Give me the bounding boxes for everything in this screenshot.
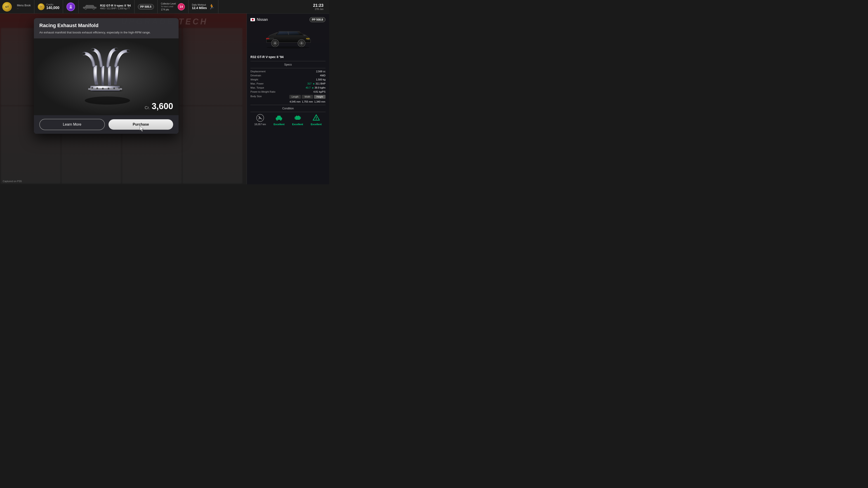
date-display: 27th Jan bbox=[315, 8, 323, 10]
svg-point-3 bbox=[85, 8, 87, 9]
svg-rect-55 bbox=[294, 117, 296, 119]
max-power-arrow: ◄ bbox=[312, 83, 315, 85]
spec-weight: Weight 1,500 kg bbox=[250, 78, 326, 81]
svg-rect-56 bbox=[300, 117, 301, 119]
workout-miles: 12.4 Miles bbox=[192, 6, 207, 10]
credits-label: Credits bbox=[46, 3, 59, 6]
specs-divider2 bbox=[250, 68, 326, 68]
condition3-value: Excellent bbox=[311, 123, 322, 126]
pwr-weight-value: 4.81 kg/PS bbox=[313, 90, 326, 93]
car-name-header: R32 GT-R V·spec II '94 bbox=[100, 4, 131, 7]
speedometer-icon bbox=[256, 114, 264, 122]
body-width-value: 1,755 mm bbox=[302, 100, 313, 103]
svg-rect-51 bbox=[276, 118, 282, 120]
tab-length: Length bbox=[289, 95, 301, 99]
max-power-new: 317 bbox=[307, 82, 311, 85]
spec-drivetrain: Drivetrain 4WD bbox=[250, 74, 326, 77]
credit-coin-icon: Cr bbox=[38, 3, 44, 10]
exhaust-manifold-image bbox=[72, 45, 140, 108]
dialog-title: Racing Exhaust Manifold bbox=[39, 23, 173, 29]
collector-level-badge: 14 bbox=[178, 3, 185, 10]
svg-rect-30 bbox=[307, 39, 310, 40]
svg-point-50 bbox=[260, 118, 260, 119]
condition-divider2 bbox=[250, 112, 326, 112]
svg-point-27 bbox=[119, 88, 120, 88]
condition-divider bbox=[250, 105, 326, 105]
body-size-tabs: Length Width Height bbox=[289, 95, 326, 99]
car-condition-icon bbox=[275, 114, 283, 122]
menu-book-label: Menu Book bbox=[17, 4, 31, 7]
header-bar: GT Menu Book -- Cr Credits 140,000 bbox=[0, 0, 329, 13]
price-amount: 3,600 bbox=[152, 101, 173, 111]
main-content: UPGRADE TECH Racing Exhaust Manifold An … bbox=[0, 13, 329, 184]
condition-mileage: 18,057 km bbox=[254, 114, 266, 126]
weight-value: 1,500 kg bbox=[316, 78, 326, 81]
credits-amount: 140,000 bbox=[46, 6, 59, 10]
condition-engine: Excellent bbox=[292, 114, 303, 126]
purple-icon-section bbox=[63, 0, 79, 13]
japan-flag-circle bbox=[252, 19, 254, 21]
spec-max-power: Max. Power 317 ◄ 311 BHP bbox=[250, 82, 326, 85]
item-dialog: Racing Exhaust Manifold An exhaust manif… bbox=[34, 18, 179, 134]
engine-icon bbox=[293, 114, 302, 122]
spec-displacement: Displacement 2,568 cc bbox=[250, 70, 326, 73]
pp-value-header: PP 505.5 bbox=[138, 4, 154, 9]
displacement-value: 2,568 cc bbox=[316, 70, 326, 73]
condition-body: Excellent bbox=[274, 114, 284, 126]
body-size-values: 4,545 mm 1,755 mm 1,340 mm bbox=[289, 100, 326, 103]
svg-point-23 bbox=[108, 88, 109, 89]
max-power-values: 317 ◄ 311 BHP bbox=[307, 82, 326, 85]
collector-section: Collector Level To Next Level 174 pts 14 bbox=[158, 0, 188, 13]
collector-pts: 174 pts bbox=[161, 8, 176, 11]
drivetrain-label: Drivetrain bbox=[250, 74, 261, 77]
svg-point-46 bbox=[267, 46, 309, 48]
brand-name: Nissan bbox=[257, 18, 268, 22]
workout-label: Daily Workout bbox=[192, 4, 207, 6]
captured-text: Captured on PS5 bbox=[3, 180, 22, 183]
svg-point-5 bbox=[85, 96, 130, 105]
workout-section: Daily Workout 12.4 Miles 🏃 bbox=[188, 0, 218, 13]
svg-point-61 bbox=[316, 119, 316, 120]
svg-point-4 bbox=[93, 8, 95, 9]
tab-height: Height bbox=[314, 95, 326, 99]
collector-next: To Next Level bbox=[161, 5, 176, 8]
spec-max-torque: Max. Torque 40.7 ◄ 39.9 kgfm bbox=[250, 86, 326, 89]
car-thumbnail-header bbox=[82, 4, 97, 10]
svg-point-17 bbox=[92, 88, 93, 88]
svg-point-1 bbox=[70, 6, 71, 6]
brand-flag-section: Nissan bbox=[250, 18, 268, 22]
svg-rect-31 bbox=[266, 38, 269, 39]
car-model-name: R32 GT-R V·spec II '94 bbox=[250, 55, 326, 59]
check-condition-icon bbox=[312, 114, 320, 122]
body-size-label: Body Size bbox=[250, 95, 262, 98]
pp-badge-panel: PP 508.8 bbox=[309, 17, 326, 22]
svg-rect-7 bbox=[88, 88, 122, 90]
price-display: Cr. 3,600 bbox=[145, 101, 173, 111]
menu-book-sub: -- bbox=[17, 7, 31, 10]
max-torque-new: 40.7 bbox=[306, 86, 310, 89]
pp-badge-header: PP 505.5 bbox=[134, 0, 158, 13]
max-torque-values: 40.7 ◄ 39.9 kgfm bbox=[306, 86, 326, 89]
max-power-old: 311 BHP bbox=[315, 82, 326, 85]
price-cr-label: Cr. bbox=[145, 105, 150, 110]
weight-label: Weight bbox=[250, 78, 258, 81]
body-length-value: 4,545 mm bbox=[289, 100, 301, 103]
car-info-section: R32 GT-R V·spec II '94 4WD / 311 BHP / 1… bbox=[79, 0, 134, 13]
specs-divider bbox=[250, 61, 326, 61]
purple-icon bbox=[66, 2, 75, 11]
cursor-icon bbox=[140, 126, 144, 132]
right-panel: Nissan PP 508.8 bbox=[247, 13, 329, 184]
svg-rect-57 bbox=[296, 116, 297, 117]
condition2-value: Excellent bbox=[292, 123, 303, 126]
svg-point-21 bbox=[102, 88, 103, 89]
dialog-image-area: Cr. 3,600 bbox=[34, 38, 179, 115]
learn-more-button[interactable]: Learn More bbox=[39, 119, 105, 130]
collector-label: Collector Level bbox=[161, 2, 176, 5]
specs-title: Specs bbox=[250, 63, 326, 66]
purchase-button[interactable]: Purchase bbox=[108, 119, 173, 130]
dialog-info: Racing Exhaust Manifold An exhaust manif… bbox=[34, 18, 179, 38]
condition-clean: Excellent bbox=[311, 114, 322, 126]
displacement-label: Displacement bbox=[250, 70, 266, 73]
menu-book-section: Menu Book -- bbox=[13, 0, 34, 13]
svg-rect-59 bbox=[296, 117, 299, 119]
